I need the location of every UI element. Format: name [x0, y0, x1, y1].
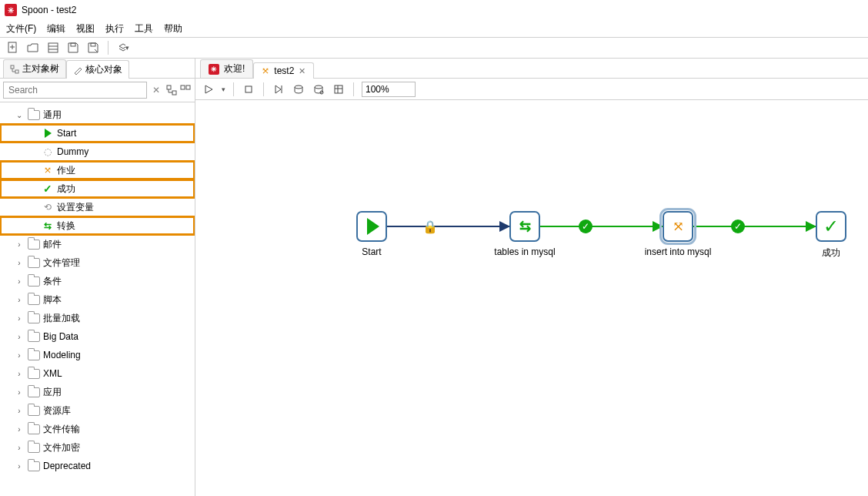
tree-folder-xml[interactable]: ›XML [0, 364, 195, 383]
node-insert-label: insert into mysql [645, 246, 712, 257]
tree-item-transformation[interactable]: ⇆ 转换 [0, 216, 195, 235]
tree-folder-deprecated[interactable]: ›Deprecated [0, 457, 195, 475]
hop-ok-badge: ✓ [731, 220, 745, 233]
node-tables-in-mysql[interactable]: ⇆ [509, 211, 540, 242]
folder-icon [28, 350, 40, 360]
tree-folder-repository[interactable]: ›资源库 [0, 401, 195, 420]
tree-folder-mail[interactable]: ›邮件 [0, 235, 195, 253]
tree-item-start-label: Start [57, 128, 76, 139]
save-button[interactable] [66, 41, 80, 55]
tab-welcome[interactable]: ✳ 欢迎! [200, 59, 253, 78]
tree-folder-file-transfer[interactable]: ›文件传输 [0, 420, 195, 438]
show-results-button[interactable] [332, 82, 346, 96]
chevron-down-icon: ⌄ [14, 111, 25, 119]
run-button[interactable] [202, 82, 215, 96]
job-small-icon: ⤧ [262, 66, 269, 75]
run-dropdown-icon[interactable]: ▾ [222, 85, 225, 93]
menu-view[interactable]: 视图 [76, 22, 95, 35]
hop-ok-badge: ✓ [579, 220, 593, 233]
save-as-button[interactable] [86, 41, 100, 55]
hop-start-to-tables[interactable] [387, 226, 509, 227]
folder-icon [28, 313, 40, 323]
tree-item-dummy[interactable]: ◌ Dummy [0, 142, 195, 161]
hop-insert-to-success[interactable] [693, 226, 816, 227]
svg-rect-6 [71, 43, 75, 46]
tree-folder-label: 文件加密 [43, 441, 80, 454]
job-canvas[interactable]: 🔒 ✓ ✓ Start ⇆ tables in mysql ⤧ insert i… [195, 100, 868, 496]
tree-folder-general[interactable]: ⌄ 通用 [0, 106, 195, 124]
folder-icon [28, 332, 40, 342]
tree-folder-general-label: 通用 [43, 109, 62, 122]
menu-help[interactable]: 帮助 [164, 22, 182, 35]
tree-folder-utility[interactable]: ›应用 [0, 383, 195, 401]
chevron-right-icon: › [14, 314, 25, 323]
chevron-right-icon: › [14, 370, 25, 378]
hop-tables-to-insert[interactable] [540, 226, 663, 227]
new-file-button[interactable] [6, 41, 20, 55]
tree-folder-modeling[interactable]: ›Modeling [0, 346, 195, 364]
tree-folder-bulk-loading[interactable]: ›批量加载 [0, 309, 195, 327]
tree-folder-scripting[interactable]: ›脚本 [0, 290, 195, 309]
svg-rect-7 [91, 43, 95, 46]
tree-item-success-label: 成功 [57, 183, 75, 196]
svg-marker-20 [275, 85, 281, 93]
collapse-all-button[interactable] [179, 84, 192, 96]
folder-icon [28, 369, 40, 379]
replay-button[interactable] [272, 82, 285, 96]
tree-item-set-variables[interactable]: ⟲ 设置变量 [0, 198, 195, 216]
tree-folder-big-data[interactable]: ›Big Data [0, 327, 195, 346]
folder-icon [28, 443, 40, 453]
menu-file[interactable]: 文件(F) [6, 22, 36, 35]
svg-point-23 [315, 85, 322, 89]
chevron-right-icon: › [14, 388, 25, 397]
toolbar-separator [108, 41, 108, 55]
node-start[interactable] [356, 211, 387, 242]
svg-rect-8 [11, 65, 14, 69]
tree-item-transformation-label: 转换 [57, 220, 75, 233]
tree-folder-file-encryption[interactable]: ›文件加密 [0, 438, 195, 457]
chevron-right-icon: › [14, 444, 25, 452]
explore-button[interactable] [46, 41, 60, 55]
svg-rect-3 [48, 43, 58, 52]
tree-folder-label: XML [43, 368, 62, 379]
clear-search-button[interactable]: ✕ [150, 85, 162, 96]
perspective-button[interactable]: ▾ [116, 41, 130, 55]
folder-icon [28, 295, 40, 305]
menubar: 文件(F) 编辑 视图 执行 工具 帮助 [0, 20, 868, 37]
job-icon: ⤧ [673, 220, 684, 233]
tree-item-job[interactable]: ⤧ 作业 [0, 161, 195, 179]
tree-folder-label: Modeling [43, 350, 81, 360]
stop-button[interactable] [242, 82, 255, 96]
node-success[interactable]: ✓ [816, 211, 846, 242]
menu-edit[interactable]: 编辑 [47, 22, 65, 35]
node-insert-into-mysql[interactable]: ⤧ [663, 211, 693, 242]
transformation-icon: ⇆ [519, 220, 531, 233]
tree-folder-conditions[interactable]: ›条件 [0, 272, 195, 290]
main-toolbar: ▾ [0, 37, 868, 59]
folder-icon [28, 276, 40, 287]
close-tab-button[interactable]: ✕ [299, 66, 305, 76]
menu-tools[interactable]: 工具 [135, 22, 153, 35]
expand-all-button[interactable] [165, 84, 178, 96]
tab-welcome-label: 欢迎! [224, 62, 245, 75]
search-input[interactable] [3, 82, 147, 99]
tree-folder-file-management[interactable]: ›文件管理 [0, 253, 195, 272]
tree-item-start[interactable]: Start [0, 124, 195, 142]
explore-db-button[interactable] [312, 82, 326, 96]
tree-item-success[interactable]: ✓ 成功 [0, 179, 195, 198]
tab-main-object-tree[interactable]: 主对象树 [3, 59, 66, 78]
sql-button[interactable] [292, 82, 305, 96]
tree-folder-label: 应用 [43, 386, 62, 399]
tree-folder-label: 文件管理 [43, 256, 80, 270]
object-tree[interactable]: ⌄ 通用 Start ◌ Dummy [0, 102, 195, 496]
tree-folder-label: 邮件 [43, 238, 62, 251]
tab-test2[interactable]: ⤧ test2 ✕ [253, 62, 314, 79]
document-tabs: ✳ 欢迎! ⤧ test2 ✕ [195, 59, 868, 79]
open-file-button[interactable] [26, 41, 40, 55]
check-icon: ✓ [823, 217, 839, 236]
tree-item-job-label: 作业 [57, 164, 75, 177]
menu-run[interactable]: 执行 [105, 22, 124, 35]
lock-icon: 🔒 [422, 220, 438, 234]
tab-core-objects[interactable]: 核心对象 [66, 60, 129, 79]
zoom-select[interactable] [362, 82, 416, 97]
